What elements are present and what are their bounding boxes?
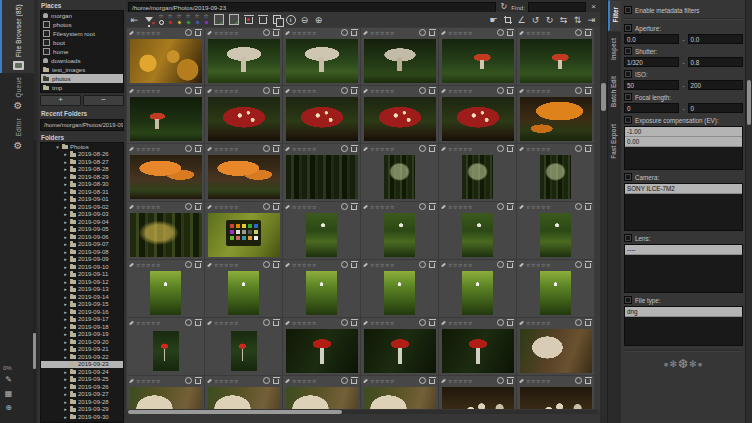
color-label-icon[interactable] [575, 87, 582, 94]
thumbnail-cell[interactable]: ☆☆☆☆☆ [517, 202, 594, 259]
camera-checkbox[interactable] [624, 173, 632, 181]
tree-collapsed-icon[interactable]: ▸ [63, 241, 68, 247]
tree-collapsed-icon[interactable]: ▸ [63, 271, 68, 277]
thumbnail-cell[interactable]: ☆☆☆☆☆ [283, 86, 360, 143]
color-label-icon[interactable] [497, 319, 504, 326]
profile-wrench-icon[interactable] [285, 88, 290, 93]
file-type-option[interactable]: dng [625, 307, 742, 317]
thumbnail-image[interactable] [150, 271, 181, 315]
thumbnail-cell[interactable]: ☆☆☆☆☆ [439, 28, 516, 85]
rank-stars[interactable]: ☆☆☆☆☆ [136, 146, 161, 152]
trash-icon[interactable] [273, 147, 279, 152]
folder-item[interactable]: ▸2019-09-23 [41, 361, 123, 369]
trash-icon[interactable] [351, 321, 357, 326]
trash-icon[interactable] [507, 379, 513, 384]
color-label-icon[interactable] [419, 87, 426, 94]
thumbnail-cell[interactable]: ☆☆☆☆☆ [283, 318, 360, 375]
profile-wrench-icon[interactable] [441, 30, 446, 35]
scrollbar-thumb[interactable] [601, 83, 606, 111]
thumbnail-image[interactable] [364, 39, 436, 83]
places-item[interactable]: tmp [41, 83, 123, 92]
thumbnail-cell[interactable]: ☆☆☆☆☆ [205, 28, 282, 85]
thumbnail-image[interactable] [130, 97, 202, 141]
thumbnail-cell[interactable]: ☆☆☆☆☆ [205, 144, 282, 201]
scrollbar-thumb[interactable] [128, 410, 342, 414]
thumbnail-image[interactable] [442, 387, 514, 410]
trash-icon[interactable] [351, 205, 357, 210]
thumbnail-cell[interactable]: ☆☆☆☆☆ [439, 318, 516, 375]
tree-collapsed-icon[interactable]: ▸ [63, 399, 68, 405]
thumbnail-cell[interactable]: ☆☆☆☆☆ [127, 86, 204, 143]
color-label-icon[interactable] [341, 319, 348, 326]
thumbnail-cell[interactable]: ☆☆☆☆☆ [361, 260, 438, 317]
focal-to-input[interactable]: 0 [688, 103, 743, 113]
color-label-icon[interactable] [341, 203, 348, 210]
tree-collapsed-icon[interactable]: ▸ [63, 234, 68, 240]
folder-item[interactable]: ▸2019-09-10 [41, 263, 123, 271]
tree-collapsed-icon[interactable]: ▸ [63, 174, 68, 180]
flip-horizontal-button[interactable]: ⇆ [558, 13, 569, 26]
trash-icon[interactable] [273, 321, 279, 326]
thumbnail-cell[interactable]: ☆☆☆☆☆ [283, 28, 360, 85]
rank-stars[interactable]: ☆☆☆☆☆ [526, 88, 551, 94]
folder-item[interactable]: ▸2019-08-29 [41, 173, 123, 181]
tree-collapsed-icon[interactable]: ▸ [63, 414, 68, 420]
tree-expanded-icon[interactable]: ▾ [55, 144, 60, 150]
folders-scrollbar[interactable] [33, 140, 36, 423]
color-label-icon[interactable] [497, 377, 504, 384]
folder-item[interactable]: ▸2019-08-26 [41, 151, 123, 159]
ev-option[interactable]: 0.00 [625, 137, 742, 147]
profile-wrench-icon[interactable] [285, 320, 290, 325]
color-label-icon[interactable] [419, 145, 426, 152]
profile-wrench-icon[interactable] [129, 146, 134, 151]
places-item[interactable]: boot [41, 38, 123, 47]
trash-icon[interactable] [195, 321, 201, 326]
copy-button[interactable] [271, 13, 282, 26]
thumbnail-image[interactable] [442, 329, 514, 373]
profile-wrench-icon[interactable] [441, 378, 446, 383]
folder-item[interactable]: ▸2019-08-28 [41, 166, 123, 174]
thumbnail-cell[interactable]: ☆☆☆☆☆ [439, 86, 516, 143]
thumbnail-image[interactable] [384, 213, 415, 257]
color-label-icon[interactable] [185, 261, 192, 268]
color-label-icon[interactable] [419, 319, 426, 326]
thumbnail-image[interactable] [208, 155, 280, 199]
thumbnail-cell[interactable]: ☆☆☆☆☆ [517, 260, 594, 317]
profile-wrench-icon[interactable] [519, 88, 524, 93]
rank-stars[interactable]: ☆☆☆☆☆ [370, 320, 395, 326]
profile-wrench-icon[interactable] [129, 204, 134, 209]
folder-item[interactable]: ▸2019-09-01 [41, 196, 123, 204]
thumbnail-image[interactable] [286, 39, 358, 83]
color-label-icon[interactable] [341, 87, 348, 94]
color-label-icon[interactable] [263, 203, 270, 210]
places-item[interactable]: morgan [41, 11, 123, 20]
tab-batch-edit[interactable]: Batch Edit [608, 69, 622, 116]
right-panel-scrollbar[interactable] [745, 0, 752, 423]
trash-icon[interactable] [507, 89, 513, 94]
folder-item[interactable]: ▸2019-09-30 [41, 413, 123, 421]
rank-stars[interactable]: ☆☆☆☆☆ [526, 262, 551, 268]
thumbnail-cell[interactable]: ☆☆☆☆☆ [205, 376, 282, 409]
profile-wrench-icon[interactable] [363, 146, 368, 151]
trash-icon[interactable] [507, 147, 513, 152]
rotate-left-button[interactable]: ↺ [530, 13, 541, 26]
focal-from-input[interactable]: 0 [624, 103, 679, 113]
trash-icon[interactable] [429, 89, 435, 94]
tree-collapsed-icon[interactable]: ▸ [63, 331, 68, 337]
thumbnail-cell[interactable]: ☆☆☆☆☆ [517, 86, 594, 143]
thumbnail-cell[interactable]: ☆☆☆☆☆ [283, 260, 360, 317]
tree-collapsed-icon[interactable]: ▸ [63, 406, 68, 412]
thumbnail-cell[interactable]: ☆☆☆☆☆ [439, 144, 516, 201]
tree-collapsed-icon[interactable]: ▸ [63, 219, 68, 225]
trash-icon[interactable] [273, 31, 279, 36]
rank-stars[interactable]: ☆☆☆☆☆ [214, 146, 239, 152]
tree-collapsed-icon[interactable]: ▸ [63, 151, 68, 157]
color-label-icon[interactable] [419, 377, 426, 384]
folder-item[interactable]: ▸2019-08-27 [41, 158, 123, 166]
rank-stars[interactable]: ☆☆☆☆☆ [370, 30, 395, 36]
tree-collapsed-icon[interactable]: ▸ [63, 391, 68, 397]
rank-stars[interactable]: ☆☆☆☆☆ [136, 88, 161, 94]
profile-wrench-icon[interactable] [207, 30, 212, 35]
rank-stars[interactable]: ☆☆☆☆☆ [370, 204, 395, 210]
places-item[interactable]: home [41, 47, 123, 56]
